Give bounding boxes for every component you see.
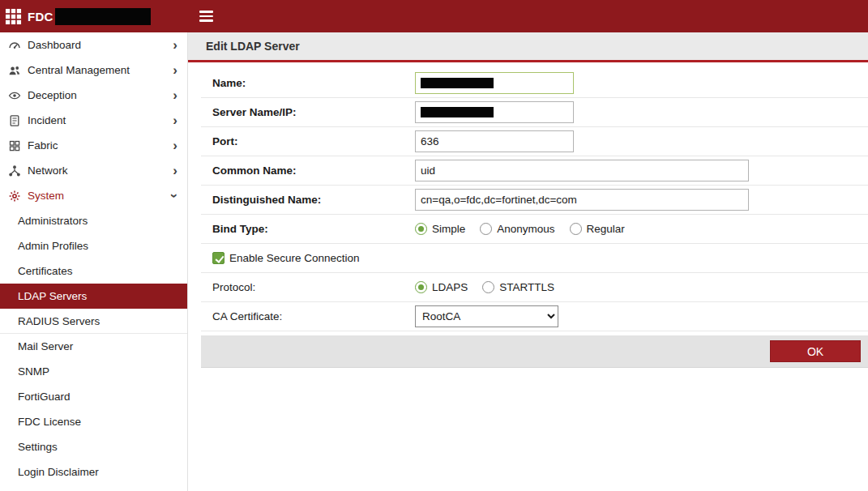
distinguished-name-label: Distinguished Name: [212, 194, 415, 206]
page-title: Edit LDAP Server [188, 32, 868, 62]
incident-icon [6, 114, 22, 127]
network-icon [6, 164, 22, 177]
radio-selected-icon [415, 223, 427, 235]
sidebar-item-radius-servers[interactable]: RADIUS Servers [0, 309, 187, 334]
sidebar-item-settings[interactable]: Settings [0, 434, 187, 459]
sidebar-item-admin-profiles[interactable]: Admin Profiles [0, 233, 187, 258]
main-content: Edit LDAP Server Name: Server Name/IP: P… [188, 32, 868, 491]
sidebar-item-certificates[interactable]: Certificates [0, 258, 187, 284]
chevron-right-icon: › [173, 88, 177, 102]
sidebar-item-network[interactable]: Network › [0, 158, 187, 183]
form-row-distinguished-name: Distinguished Name: [201, 186, 868, 215]
chevron-right-icon: › [173, 139, 177, 152]
form-row-common-name: Common Name: [201, 156, 868, 186]
top-header-bar: FDC [0, 0, 868, 32]
redacted-hostname [55, 8, 151, 25]
checkbox-checked-icon [212, 252, 224, 264]
sidebar-item-mail-server[interactable]: Mail Server [0, 334, 187, 359]
sidebar: Dashboard › Central Management › Decepti… [0, 32, 188, 491]
form-row-server: Server Name/IP: [201, 98, 868, 127]
sidebar-item-fortiguard[interactable]: FortiGuard [0, 384, 187, 409]
radio-icon [482, 281, 494, 293]
form-row-secure-connection: Enable Secure Connection [201, 244, 868, 273]
ca-certificate-select[interactable]: RootCA [415, 305, 558, 327]
radio-icon [480, 223, 492, 235]
central-management-icon [6, 64, 22, 77]
chevron-right-icon: › [173, 63, 177, 77]
sidebar-item-login-disclaimer[interactable]: Login Disclaimer [0, 459, 187, 485]
sidebar-item-label: Deception [28, 89, 77, 101]
bind-type-option-anonymous[interactable]: Anonymous [480, 223, 554, 235]
chevron-down-icon: › [169, 194, 182, 199]
sidebar-item-snmp[interactable]: SNMP [0, 359, 187, 384]
sidebar-item-label: Incident [28, 114, 66, 126]
common-name-input[interactable] [415, 160, 749, 181]
form-row-name: Name: [201, 69, 868, 98]
server-name-ip-input[interactable] [415, 101, 574, 123]
sidebar-item-dashboard[interactable]: Dashboard › [0, 32, 187, 58]
distinguished-name-input[interactable] [415, 189, 749, 211]
redacted-value [421, 107, 494, 117]
chevron-right-icon: › [173, 164, 177, 177]
sidebar-item-label: Central Management [28, 64, 130, 76]
bind-type-label: Bind Type: [212, 223, 415, 235]
radio-icon [570, 223, 582, 235]
redacted-value [421, 78, 494, 88]
ca-certificate-label: CA Certificate: [212, 310, 415, 322]
protocol-label: Protocol: [212, 281, 415, 293]
sidebar-item-central-management[interactable]: Central Management › [0, 58, 187, 83]
sidebar-item-fabric[interactable]: Fabric › [0, 133, 187, 158]
port-label: Port: [212, 135, 415, 147]
hamburger-menu-icon[interactable] [199, 11, 213, 24]
chevron-right-icon: › [173, 38, 177, 52]
name-input[interactable] [415, 72, 574, 94]
chevron-right-icon: › [173, 113, 177, 127]
dashboard-icon [6, 39, 22, 52]
radio-selected-icon [415, 281, 427, 293]
sidebar-item-ldap-servers[interactable]: LDAP Servers [0, 284, 187, 309]
bind-type-option-regular[interactable]: Regular [570, 223, 625, 235]
sidebar-item-deception[interactable]: Deception › [0, 83, 187, 108]
bind-type-option-simple[interactable]: Simple [415, 223, 465, 235]
form-row-port: Port: [201, 127, 868, 156]
form-footer-bar: OK [201, 335, 868, 368]
app-logo-icon [5, 8, 22, 25]
sidebar-item-label: Dashboard [28, 39, 81, 51]
form-row-ca-certificate: CA Certificate: RootCA [201, 302, 868, 331]
name-label: Name: [212, 77, 415, 89]
brand-text: FDC [28, 10, 53, 23]
form-row-bind-type: Bind Type: Simple Anonymous Regular [201, 215, 868, 244]
sidebar-item-label: Fabric [28, 139, 58, 152]
sidebar-item-administrators[interactable]: Administrators [0, 208, 187, 233]
protocol-option-ldaps[interactable]: LDAPS [415, 281, 468, 293]
app-window: FDC Dashboard › Central Management › Dec… [0, 0, 868, 491]
port-input[interactable] [415, 130, 574, 152]
ok-button[interactable]: OK [770, 340, 861, 362]
server-name-ip-label: Server Name/IP: [212, 106, 415, 118]
sidebar-item-label: Network [28, 164, 68, 177]
common-name-label: Common Name: [212, 164, 415, 177]
sidebar-item-system[interactable]: System › [0, 183, 187, 208]
sidebar-item-label: System [28, 190, 64, 202]
protocol-option-starttls[interactable]: STARTTLS [482, 281, 554, 293]
enable-secure-connection-checkbox[interactable]: Enable Secure Connection [212, 252, 360, 264]
ldap-server-form: Name: Server Name/IP: Port: Common Name: [201, 69, 868, 331]
form-row-protocol: Protocol: LDAPS STARTTLS [201, 273, 868, 302]
fabric-icon [6, 139, 22, 152]
sidebar-item-incident[interactable]: Incident › [0, 108, 187, 133]
deception-icon [6, 89, 22, 102]
sidebar-item-fdc-license[interactable]: FDC License [0, 409, 187, 434]
gear-icon [6, 190, 22, 203]
